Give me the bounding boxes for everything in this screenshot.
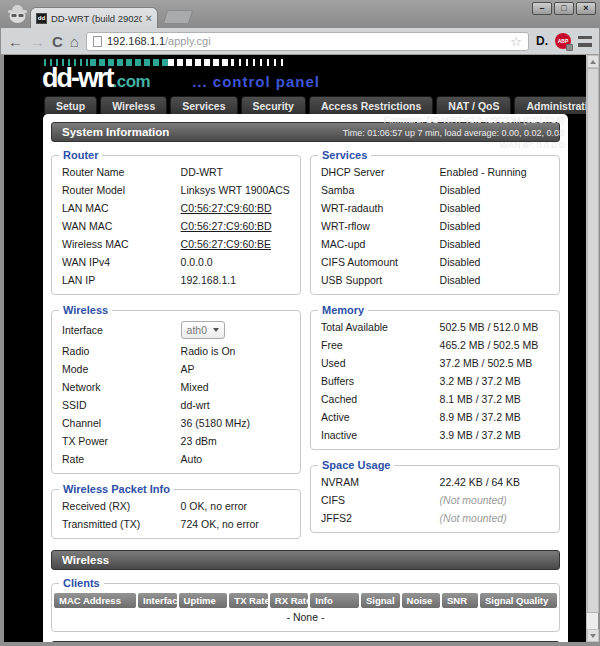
info-row: Received (RX)0 OK, no error [52, 497, 300, 515]
info-row: Buffers3.2 MB / 37.2 MB [311, 372, 559, 390]
info-row: Interface ath0 [52, 318, 300, 342]
info-row: CIFS(Not mounted) [311, 491, 559, 509]
info-row: Router NameDD-WRT [52, 163, 300, 181]
info-row: Transmitted (TX)724 OK, no error [52, 515, 300, 533]
memory-panel: Memory Total Available502.5 MB / 512.0 M… [310, 304, 560, 450]
info-row: SambaDisabled [311, 181, 559, 199]
info-row: Channel36 (5180 MHz) [52, 414, 300, 432]
info-row: WAN IPv40.0.0.0 [52, 253, 300, 271]
ddwrt-logo: dd-wrt .com ... control panel [42, 66, 586, 92]
info-row: Used37.2 MB / 502.5 MB [311, 354, 559, 372]
services-panel: Services DHCP ServerEnabled - Running Sa… [310, 149, 560, 295]
maximize-button[interactable]: □ [554, 2, 574, 15]
info-row: WRT-radauthDisabled [311, 199, 559, 217]
info-row: RateAuto [52, 450, 300, 468]
menu-icon[interactable] [578, 36, 592, 47]
tab-services[interactable]: Services [170, 96, 237, 114]
wireless-packet-info-panel: Wireless Packet Info Received (RX)0 OK, … [51, 483, 301, 539]
info-row: Active8.9 MB / 37.2 MB [311, 408, 559, 426]
tab-security[interactable]: Security [241, 96, 306, 114]
info-row: NetworkMixed [52, 378, 300, 396]
adblock-badge [566, 44, 573, 51]
info-row: ModeAP [52, 360, 300, 378]
wireless-mac-link[interactable]: C0:56:27:C9:60:BE [181, 238, 271, 250]
info-row: TX Power23 dBm [52, 432, 300, 450]
back-icon[interactable]: ← [8, 34, 23, 49]
browser-tab-title: DD-WRT (build 29020M) [51, 13, 142, 24]
close-button[interactable]: × [576, 2, 596, 15]
info-row: Wireless MACC0:56:27:C9:60:BE [52, 235, 300, 253]
window-titlebar: dd DD-WRT (build 29020M) × – □ × [0, 0, 600, 28]
clients-legend: Clients [59, 577, 104, 589]
time-line: Time: 01:06:57 up 7 min, load average: 0… [343, 127, 564, 140]
info-row: Router ModelLinksys WRT 1900ACS [52, 181, 300, 199]
logo-tld: .com [112, 72, 150, 92]
tab-wireless[interactable]: Wireless [100, 96, 167, 114]
control-panel-tagline: ... control panel [192, 73, 320, 90]
logo-text: dd-wrt [42, 66, 112, 90]
empty-row: - None - [54, 610, 557, 624]
info-row: WRT-rflowDisabled [311, 217, 559, 235]
forward-icon[interactable]: → [30, 34, 45, 49]
info-row: JFFS2(Not mounted) [311, 509, 559, 527]
browser-tab[interactable]: dd DD-WRT (build 29020M) × [30, 7, 158, 28]
table-header-row: MAC Address Interface Uptime TX Rate RX … [54, 593, 557, 608]
tab-administration[interactable]: Administration [514, 96, 586, 114]
home-icon[interactable]: ⌂ [70, 34, 79, 49]
router-panel: Router Router NameDD-WRT Router ModelLin… [51, 149, 301, 295]
wireless-legend: Wireless [59, 304, 112, 316]
wireless-panel: Wireless Interface ath0 RadioRadio is On… [51, 304, 301, 474]
scrollbar[interactable] [586, 55, 598, 642]
info-row: Free465.2 MB / 502.5 MB [311, 336, 559, 354]
lan-mac-link[interactable]: C0:56:27:C9:60:BD [181, 202, 272, 214]
section-dhcp: DHCP [51, 641, 560, 642]
tab-access-restrictions[interactable]: Access Restrictions [309, 96, 433, 114]
page-viewport: dd-wrt .com ... control panel Firmware: … [4, 55, 586, 642]
info-row: NVRAM22.42 KB / 64 KB [311, 473, 559, 491]
info-row: WAN MACC0:56:27:C9:60:BD [52, 217, 300, 235]
extension-d-icon[interactable]: D. [536, 34, 548, 48]
info-row: SSIDdd-wrt [52, 396, 300, 414]
minimize-button[interactable]: – [532, 2, 552, 15]
info-row: Inactive3.9 MB / 37.2 MB [311, 426, 559, 444]
space-usage-legend: Space Usage [318, 459, 394, 471]
scrollbar-thumb[interactable] [587, 68, 599, 613]
firmware-line: Firmware: DD-WRT v3.0-r29020M (02/17/16) [343, 114, 564, 127]
scroll-down-icon[interactable] [587, 629, 599, 642]
section-wireless: Wireless [51, 550, 560, 570]
memory-legend: Memory [318, 304, 368, 316]
reload-icon[interactable]: C [52, 34, 63, 49]
new-tab-button[interactable] [163, 10, 194, 24]
clients-panel: Clients MAC Address Interface Uptime TX … [51, 577, 560, 632]
router-legend: Router [59, 149, 102, 161]
browser-toolbar: ← → C ⌂ 192.168.1.1/apply.cgi ☆ D. ABP [1, 28, 599, 55]
address-bar[interactable]: 192.168.1.1/apply.cgi ☆ [86, 32, 529, 51]
adblock-icon[interactable]: ABP [555, 33, 571, 49]
info-row: Cached8.1 MB / 37.2 MB [311, 390, 559, 408]
info-row: CIFS AutomountDisabled [311, 253, 559, 271]
wireless-packet-info-legend: Wireless Packet Info [59, 483, 174, 495]
info-row: USB SupportDisabled [311, 271, 559, 289]
info-row: RadioRadio is On [52, 342, 300, 360]
nav-tabs: Setup Wireless Services Security Access … [44, 96, 586, 114]
incognito-icon [6, 4, 29, 27]
info-row: LAN MACC0:56:27:C9:60:BD [52, 199, 300, 217]
info-row: Total Available502.5 MB / 512.0 MB [311, 318, 559, 336]
bookmark-star-icon[interactable]: ☆ [510, 35, 522, 48]
url-text: 192.168.1.1/apply.cgi [107, 35, 211, 47]
tab-nat-qos[interactable]: NAT / QoS [436, 96, 511, 114]
ddwrt-favicon: dd [36, 13, 47, 24]
content-card: System Information Router Router NameDD-… [43, 114, 568, 642]
space-usage-panel: Space Usage NVRAM22.42 KB / 64 KB CIFS(N… [310, 459, 560, 533]
wan-mac-link[interactable]: C0:56:27:C9:60:BD [181, 220, 272, 232]
interface-select[interactable]: ath0 [181, 321, 225, 339]
info-row: MAC-updDisabled [311, 235, 559, 253]
info-row: LAN IP192.168.1.1 [52, 271, 300, 289]
router-status-info: Firmware: DD-WRT v3.0-r29020M (02/17/16)… [343, 114, 564, 152]
info-row: DHCP ServerEnabled - Running [311, 163, 559, 181]
wan-ip-line: WAN IP: 0.0.0.0 [343, 139, 564, 152]
tab-setup[interactable]: Setup [44, 96, 97, 114]
page-icon [93, 36, 102, 47]
tab-close-icon[interactable]: × [146, 13, 152, 23]
scroll-up-icon[interactable] [587, 55, 599, 68]
